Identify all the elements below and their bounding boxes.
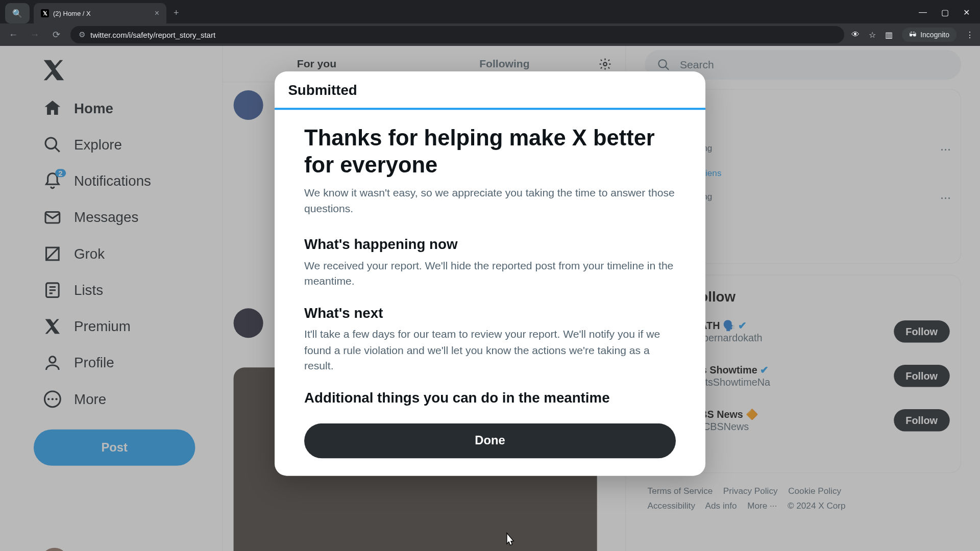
- done-button[interactable]: Done: [304, 423, 676, 459]
- browser-chrome: 🔍 𝕏 (2) Home / X × + — ▢ ✕ ← → ⟳ ⚙ twitt…: [0, 0, 980, 46]
- x-favicon-icon: 𝕏: [41, 9, 49, 17]
- modal-lead: We know it wasn't easy, so we appreciate…: [304, 186, 676, 216]
- close-window-icon[interactable]: ✕: [963, 8, 970, 17]
- modal-title: Submitted: [275, 71, 705, 110]
- url-text: twitter.com/i/safety/report_story_start: [90, 31, 215, 39]
- section-now-text: We received your report. We'll hide the …: [304, 258, 676, 289]
- incognito-badge[interactable]: 🕶 Incognito: [902, 28, 957, 42]
- modal-heading: Thanks for helping make X better for eve…: [304, 124, 676, 178]
- section-now-heading: What's happening now: [304, 236, 676, 253]
- section-next-heading: What's next: [304, 305, 676, 321]
- url-input[interactable]: ⚙ twitter.com/i/safety/report_story_star…: [70, 26, 844, 43]
- eye-off-icon[interactable]: 👁: [851, 30, 860, 39]
- close-tab-icon[interactable]: ×: [155, 9, 159, 18]
- modal-overlay[interactable]: Submitted Thanks for helping make X bett…: [0, 46, 980, 551]
- report-submitted-modal: Submitted Thanks for helping make X bett…: [275, 71, 705, 475]
- new-tab-button[interactable]: +: [166, 3, 186, 23]
- section-next-text: It'll take a few days for our team to re…: [304, 327, 676, 373]
- section-additional-heading: Additional things you can do in the mean…: [304, 390, 676, 406]
- forward-icon: →: [28, 30, 42, 40]
- tab-bar: 🔍 𝕏 (2) Home / X × + — ▢ ✕: [0, 0, 980, 23]
- site-settings-icon[interactable]: ⚙: [79, 30, 85, 39]
- panel-icon[interactable]: ▥: [885, 30, 893, 40]
- reload-icon[interactable]: ⟳: [49, 29, 63, 40]
- kebab-menu-icon[interactable]: ⋮: [966, 30, 974, 40]
- incognito-label: Incognito: [920, 31, 949, 39]
- window-controls: — ▢ ✕: [909, 2, 980, 23]
- modal-footer: Done: [275, 411, 705, 476]
- modal-body[interactable]: Thanks for helping make X better for eve…: [275, 110, 705, 411]
- bookmark-star-icon[interactable]: ☆: [869, 30, 876, 40]
- incognito-icon: 🕶: [909, 31, 916, 39]
- back-icon[interactable]: ←: [6, 30, 20, 40]
- address-bar: ← → ⟳ ⚙ twitter.com/i/safety/report_stor…: [0, 23, 980, 46]
- tab-search-icon[interactable]: 🔍: [5, 3, 30, 23]
- browser-tab[interactable]: 𝕏 (2) Home / X ×: [34, 3, 166, 23]
- maximize-icon[interactable]: ▢: [941, 8, 949, 17]
- tab-title: (2) Home / X: [53, 10, 91, 17]
- minimize-icon[interactable]: —: [919, 8, 927, 17]
